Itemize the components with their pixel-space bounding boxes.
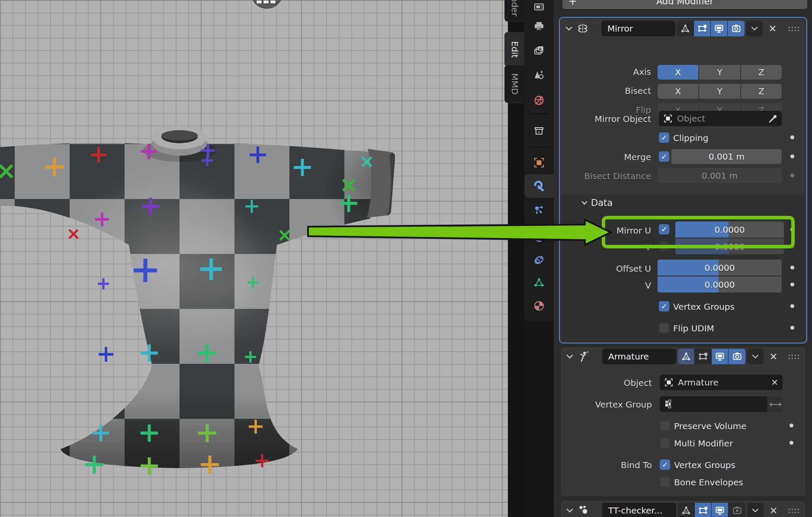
display-toggle-group <box>677 21 745 36</box>
annotation-highlight-box <box>602 216 795 248</box>
tab-material-properties[interactable] <box>524 294 554 318</box>
decorator-dot[interactable] <box>790 304 794 308</box>
tab-collection-properties[interactable] <box>524 119 554 142</box>
printer-icon <box>533 21 545 32</box>
drag-handle[interactable] <box>788 26 799 32</box>
clipping-checkbox[interactable]: ✓ <box>659 132 669 143</box>
sidebar-tab-mmd[interactable]: MMD <box>504 65 525 103</box>
gizmo-glyph <box>263 0 269 4</box>
toggle-render[interactable] <box>729 349 745 364</box>
bind-vertex-groups-label: Vertex Groups <box>674 460 735 470</box>
armature-object-field[interactable]: Armature ✕ <box>660 375 783 390</box>
decorator-dot[interactable] <box>790 135 794 139</box>
bind-to-label: Bind To <box>561 460 652 470</box>
mirror-object-field[interactable]: Object <box>659 111 782 126</box>
flip-udim-label: Flip UDIM <box>673 323 714 334</box>
object-data-icon <box>664 378 674 387</box>
bone-envelopes-checkbox[interactable] <box>660 477 670 487</box>
toggle-render-disabled[interactable] <box>729 503 745 517</box>
drag-handle[interactable] <box>788 508 799 514</box>
remove-modifier-button[interactable]: ✕ <box>768 21 777 36</box>
tab-scene-properties[interactable] <box>524 63 554 87</box>
axis-z-button[interactable]: Z <box>741 65 782 80</box>
decorator-dot[interactable] <box>790 154 794 158</box>
wrench-icon <box>533 180 545 192</box>
toggle-realtime[interactable] <box>712 349 729 364</box>
axis-x-button[interactable]: X <box>658 65 698 80</box>
merge-checkbox[interactable]: ✓ <box>659 151 669 162</box>
shirt-model <box>0 0 508 517</box>
decorator-dot[interactable] <box>790 441 793 445</box>
toggle-render[interactable] <box>728 21 745 36</box>
modifier-extras-dropdown[interactable] <box>746 21 763 36</box>
toggle-edit-mode[interactable] <box>695 349 712 364</box>
preserve-volume-label: Preserve Volume <box>674 421 747 431</box>
preserve-volume-checkbox[interactable] <box>660 421 670 431</box>
toggle-realtime[interactable] <box>712 503 729 517</box>
offset-u-slider[interactable]: 0.0000 <box>658 260 782 276</box>
tab-object-properties[interactable] <box>524 151 554 174</box>
chevron-down-icon <box>581 199 588 207</box>
modifier-name: Armature <box>608 351 649 362</box>
expand-chevron-icon[interactable] <box>565 352 574 361</box>
modifier-name: TT-checker... <box>608 505 662 516</box>
bisect-x-button[interactable]: X <box>658 84 698 99</box>
axis-y-button[interactable]: Y <box>699 65 740 80</box>
eyedropper-icon[interactable] <box>768 114 777 123</box>
toggle-edit-mode[interactable] <box>695 503 712 517</box>
modifier-name-field[interactable]: TT-checker... <box>602 503 676 517</box>
expand-chevron-icon[interactable] <box>565 506 574 515</box>
drag-handle[interactable] <box>788 354 799 360</box>
decorator-dot[interactable] <box>790 266 794 270</box>
mirror-modifier-panel: Mirror ✕ Axis <box>560 18 806 343</box>
sidebar-tab-partial[interactable]: nder <box>504 0 525 22</box>
clear-object-icon[interactable]: ✕ <box>771 377 778 388</box>
plus-icon: + <box>568 0 577 7</box>
bisect-z-button[interactable]: Z <box>741 84 782 99</box>
tab-view-layer-properties[interactable] <box>524 38 554 61</box>
merge-threshold-field[interactable]: 0.001 m <box>671 149 782 164</box>
tab-output-properties[interactable] <box>524 15 554 38</box>
properties-tab-rail <box>524 0 554 517</box>
vertex-group-icon <box>664 399 674 409</box>
data-section-header[interactable]: Data <box>581 198 613 208</box>
bisect-y-button[interactable]: Y <box>699 84 740 99</box>
tab-physics-properties[interactable] <box>524 225 554 249</box>
bisect-distance-field[interactable]: 0.001 m <box>658 168 782 183</box>
invert-vertex-group-button[interactable]: ⟷ <box>768 396 783 412</box>
display-toggle-group <box>678 503 745 517</box>
modifier-extras-dropdown[interactable] <box>747 349 764 364</box>
sidebar-tab-edit[interactable]: Edit <box>504 32 525 67</box>
toggle-on-cage[interactable] <box>677 21 694 36</box>
tab-object-data-properties[interactable] <box>524 271 554 294</box>
modifier-name-field[interactable]: Mirror <box>601 21 675 36</box>
viewport-3d[interactable] <box>0 0 508 517</box>
tab-modifier-properties[interactable] <box>524 174 554 198</box>
tab-constraint-properties[interactable] <box>524 248 554 272</box>
vertex-groups-checkbox[interactable]: ✓ <box>659 301 669 311</box>
expand-chevron-icon[interactable] <box>564 24 574 33</box>
flip-udim-checkbox[interactable] <box>659 323 669 333</box>
decorator-dot[interactable] <box>790 424 793 427</box>
toggle-on-cage[interactable] <box>678 503 695 517</box>
toggle-realtime[interactable] <box>711 21 728 36</box>
vertex-group-field[interactable] <box>660 396 767 412</box>
modifier-extras-dropdown[interactable] <box>747 503 764 517</box>
remove-modifier-button[interactable]: ✕ <box>769 349 778 364</box>
toggle-edit-mode[interactable] <box>694 21 711 36</box>
offset-v-slider[interactable]: 0.0000 <box>658 276 782 292</box>
decorator-dot[interactable] <box>790 283 794 286</box>
bind-vertex-groups-checkbox[interactable]: ✓ <box>660 459 670 470</box>
object-icon <box>533 157 545 168</box>
blender-window: nder Edit MMD <box>0 0 812 517</box>
remove-modifier-button[interactable]: ✕ <box>769 503 778 517</box>
decorator-dot[interactable] <box>790 173 794 177</box>
tab-particle-properties[interactable] <box>524 199 554 222</box>
particles-icon <box>533 205 545 216</box>
modifier-name-field[interactable]: Armature <box>602 349 676 364</box>
decorator-dot[interactable] <box>790 326 794 330</box>
add-modifier-button[interactable]: + Add Modifier <box>562 0 807 9</box>
multi-modifier-checkbox[interactable] <box>660 438 670 448</box>
tab-world-properties[interactable] <box>524 89 554 112</box>
toggle-on-cage[interactable] <box>678 349 695 364</box>
